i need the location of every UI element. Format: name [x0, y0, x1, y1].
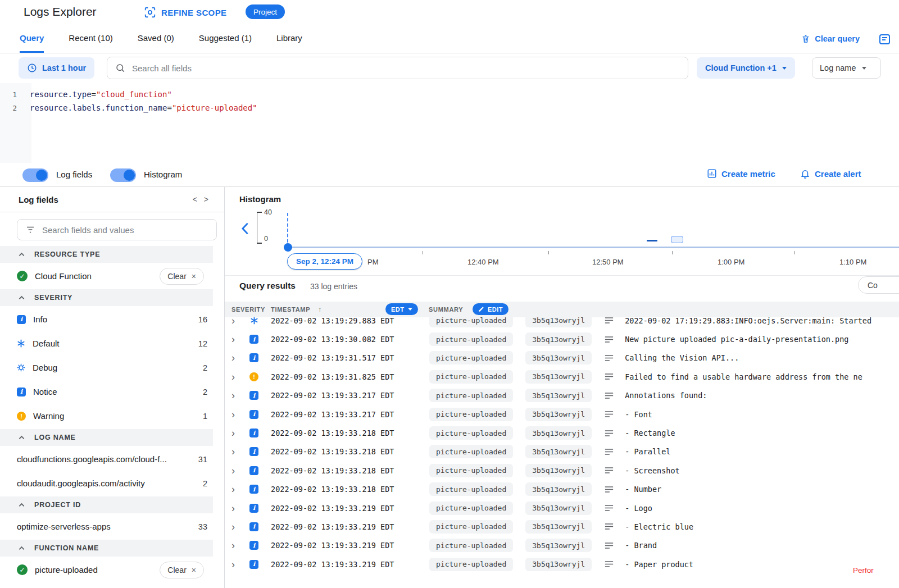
create-alert-button[interactable]: Create alert	[800, 168, 861, 179]
project-id-item[interactable]: optimize-serverless-apps 33	[0, 514, 224, 539]
severity-icon: i !	[249, 410, 258, 419]
summary-lines-icon	[605, 430, 614, 437]
tab-library[interactable]: Library	[276, 24, 302, 53]
selection-drag-handle[interactable]	[284, 243, 292, 252]
log-name-item[interactable]: cloudfunctions.googleapis.com/cloud-f...…	[0, 447, 224, 471]
search-all-fields-input[interactable]	[132, 63, 680, 73]
tab-bar: Query Recent (10) Saved (0) Suggested (1…	[0, 24, 899, 53]
section-resource-type[interactable]: RESOURCE TYPE	[0, 246, 213, 263]
fields-search-input[interactable]	[42, 225, 208, 235]
log-entry-row[interactable]: › i ! 2022-09-02 13:19:29.883 EDT pictu	[225, 317, 899, 330]
log-fields-toggle[interactable]	[22, 168, 48, 182]
section-severity[interactable]: SEVERITY	[0, 289, 213, 306]
log-message: Calling the Vision API...	[625, 353, 899, 362]
query-editor[interactable]: 1 resource.type="cloud_function" 2 resou…	[0, 83, 899, 163]
expand-chevron-icon[interactable]: ›	[231, 409, 244, 420]
expand-chevron-icon[interactable]: ›	[231, 446, 244, 457]
resource-filter-dropdown[interactable]: Cloud Function +1	[697, 57, 795, 79]
severity-icon: i !	[249, 485, 258, 494]
log-entry-row[interactable]: › i ! 2022-09-02 13:19:33.218 EDT pictu	[225, 423, 899, 442]
refine-scope-button[interactable]: REFINE SCOPE	[144, 6, 227, 19]
info-icon: i	[249, 522, 258, 531]
function-name-chip: picture-uploaded	[429, 539, 513, 552]
section-title: PROJECT ID	[34, 501, 81, 509]
info-icon: i	[249, 410, 258, 419]
log-entry-row[interactable]: › i ! 2022-09-02 13:19:33.219 EDT pictu	[225, 517, 899, 536]
histogram-bar	[647, 240, 657, 241]
view-toggle-bar: Log fields Histogram Create metric Creat…	[0, 163, 899, 187]
log-fields-panel-title: Log fields	[19, 195, 58, 204]
create-metric-button[interactable]: Create metric	[707, 168, 775, 179]
tab-query[interactable]: Query	[20, 24, 44, 53]
log-name-label: Log name	[820, 63, 856, 72]
expand-chevron-icon[interactable]: ›	[231, 540, 244, 550]
log-timestamp: 2022-09-02 13:19:31.825 EDT	[271, 372, 399, 381]
log-entry-row[interactable]: › i ! 2022-09-02 13:19:31.517 EDT pictu	[225, 349, 899, 367]
clear-query-label: Clear query	[815, 34, 860, 43]
expand-chevron-icon[interactable]: ›	[231, 466, 244, 476]
expand-chevron-icon[interactable]: ›	[231, 484, 244, 494]
edit-summary-button[interactable]: EDIT	[473, 303, 508, 315]
cut-off-toolbar-icon[interactable]	[878, 33, 891, 48]
log-entry-row[interactable]: › i ! 2022-09-02 13:19:33.219 EDT pictu	[225, 499, 899, 517]
check-icon: ✓	[17, 564, 28, 575]
log-entry-row[interactable]: › i ! 2022-09-02 13:19:33.217 EDT pictu	[225, 386, 899, 405]
tab-saved[interactable]: Saved (0)	[138, 24, 174, 53]
sort-ascending-icon[interactable]: ↑	[318, 305, 322, 313]
severity-item-default[interactable]: Default 12	[0, 331, 224, 355]
severity-item-notice[interactable]: i Notice 2	[0, 380, 224, 404]
collapse-panel-icon[interactable]: < >	[193, 195, 211, 204]
expand-chevron-icon[interactable]: ›	[231, 559, 244, 569]
log-entry-row[interactable]: › i ! 2022-09-02 13:19:30.082 EDT pictu	[225, 330, 899, 348]
log-entry-row[interactable]: › i ! 2022-09-02 13:19:31.825 EDT pictu	[225, 367, 899, 386]
execution-id-chip: 3b5q13owryjl	[525, 389, 592, 402]
item-count: 33	[198, 522, 207, 531]
severity-icon: i !	[249, 522, 258, 531]
fields-search	[17, 219, 217, 240]
section-project-id[interactable]: PROJECT ID	[0, 496, 213, 513]
tab-recent[interactable]: Recent (10)	[69, 24, 112, 53]
function-name-selected-item[interactable]: ✓ picture-uploaded Clear ×	[0, 558, 224, 582]
expand-chevron-icon[interactable]: ›	[231, 390, 244, 400]
section-log-name[interactable]: LOG NAME	[0, 429, 213, 446]
clear-function-name-button[interactable]: Clear ×	[160, 562, 204, 578]
expand-chevron-icon[interactable]: ›	[231, 334, 244, 344]
timezone-dropdown[interactable]: EDT	[385, 303, 418, 315]
time-selection-marker[interactable]: Sep 2, 12:24 PM	[287, 253, 362, 270]
log-entry-row[interactable]: › i ! 2022-09-02 13:19:33.217 EDT pictu	[225, 405, 899, 423]
chevron-up-icon	[19, 295, 25, 300]
cut-off-action-button[interactable]: Co	[858, 276, 899, 294]
log-entries-count: 33 log entries	[310, 282, 357, 291]
log-entry-row[interactable]: › i ! 2022-09-02 13:19:33.219 EDT pictu	[225, 555, 899, 573]
severity-item-debug[interactable]: Debug 2	[0, 355, 224, 380]
log-entry-row[interactable]: › i ! 2022-09-02 13:19:33.218 EDT pictu	[225, 480, 899, 499]
severity-item-warning[interactable]: ! Warning 1	[0, 404, 224, 428]
expand-chevron-icon[interactable]: ›	[231, 372, 244, 382]
histogram-toggle[interactable]	[110, 168, 136, 182]
log-entry-row[interactable]: › i ! 2022-09-02 13:19:33.218 EDT pictu	[225, 443, 899, 461]
summary-lines-icon	[605, 467, 614, 474]
item-label: cloudaudit.googleapis.com/activity	[17, 478, 145, 488]
info-icon: i	[249, 504, 258, 513]
clear-resource-type-button[interactable]: Clear ×	[160, 268, 204, 285]
expand-chevron-icon[interactable]: ›	[231, 317, 244, 326]
item-count: 1	[203, 412, 207, 421]
expand-chevron-icon[interactable]: ›	[231, 503, 244, 513]
expand-chevron-icon[interactable]: ›	[231, 428, 244, 438]
clear-query-button[interactable]: Clear query	[801, 24, 860, 53]
histogram-pan-left-icon[interactable]	[241, 222, 249, 237]
time-range-button[interactable]: Last 1 hour	[19, 57, 94, 79]
expand-chevron-icon[interactable]: ›	[231, 353, 244, 363]
resource-type-selected-item[interactable]: ✓ Cloud Function Clear ×	[0, 264, 224, 288]
log-name-item[interactable]: cloudaudit.googleapis.com/activity 2	[0, 471, 224, 495]
column-timestamp[interactable]: TIMESTAMP	[271, 306, 310, 313]
log-name-dropdown[interactable]: Log name	[812, 57, 881, 79]
log-entry-row[interactable]: › i ! 2022-09-02 13:19:33.219 EDT pictu	[225, 536, 899, 555]
log-entry-row[interactable]: › i ! 2022-09-02 13:19:33.218 EDT pictu	[225, 461, 899, 480]
expand-chevron-icon[interactable]: ›	[231, 522, 244, 532]
tab-suggested[interactable]: Suggested (1)	[199, 24, 252, 53]
severity-item-info[interactable]: i Info 16	[0, 307, 224, 331]
chevron-up-icon	[19, 252, 25, 257]
section-function-name[interactable]: FUNCTION NAME	[0, 540, 213, 557]
logs-explorer-app: Logs Explorer REFINE SCOPE Project Query…	[0, 0, 899, 588]
